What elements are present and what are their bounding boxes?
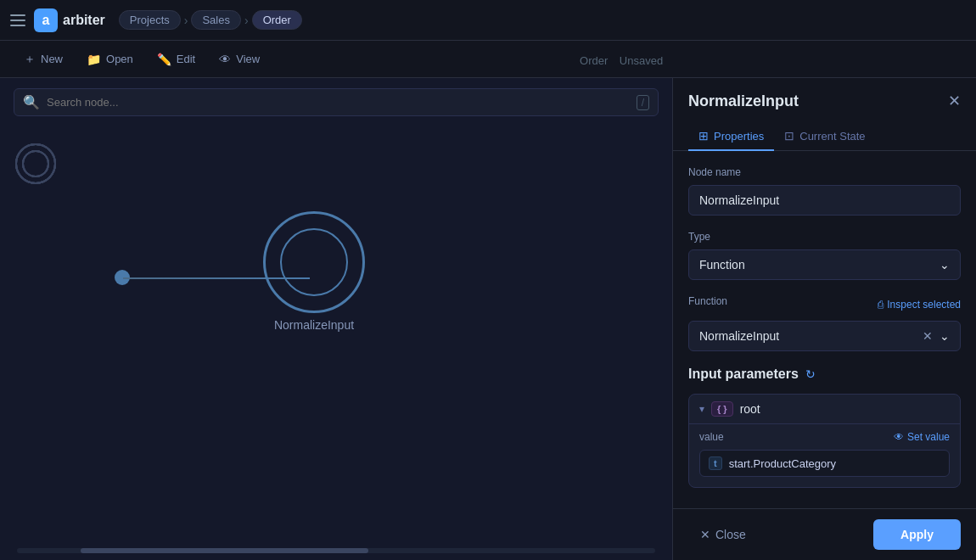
panel-title: NormalizeInput [688,92,799,110]
function-value: NormalizeInput [699,329,779,343]
hamburger-menu[interactable] [10,12,27,29]
main-content: 🔍 / NormalizeInput [0,78,976,560]
edit-button[interactable]: ✏️ Edit [147,48,205,70]
inspect-icon: ⎙ [878,299,883,311]
logo-char: a [42,13,50,28]
node-name-label: Node name [688,166,961,178]
inspect-selected-label: Inspect selected [887,299,961,311]
tab-properties-label: Properties [714,130,764,143]
horizontal-scrollbar[interactable] [17,548,655,553]
param-value-row: value 👁 Set value [699,431,950,443]
right-panel: NormalizeInput ✕ ⊞ Properties ⊡ Current … [672,78,976,560]
apply-button[interactable]: Apply [873,519,961,550]
search-bar[interactable]: 🔍 / [14,88,659,116]
properties-icon: ⊞ [698,129,709,143]
tab-current-state[interactable]: ⊡ Current State [774,122,875,151]
clear-function-icon[interactable]: ✕ [923,329,933,343]
panel-header: NormalizeInput ✕ [673,78,976,110]
plus-icon: ＋ [24,52,36,67]
edit-label: Edit [177,53,195,65]
input-parameters-header: Input parameters ↻ [688,367,961,382]
open-label: Open [106,53,133,65]
document-status: Unsaved [620,54,663,67]
chevron-function-icon: ⌄ [940,329,950,343]
eye-icon: 👁 [219,53,231,66]
input-parameters-title: Input parameters [688,367,799,382]
function-group: Function ⎙ Inspect selected NormalizeInp… [688,295,961,351]
function-row: Function ⎙ Inspect selected [688,295,961,314]
input-parameters-group: Input parameters ↻ ▾ { } root value 👁 [688,367,961,488]
chevron-down-icon: ⌄ [940,258,950,272]
breadcrumb-sales[interactable]: Sales [191,10,241,30]
logo: a arbiter [34,8,105,32]
param-root-row: ▾ { } root value 👁 Set value [688,394,961,488]
type-t-badge: t [709,456,722,470]
top-nav: a arbiter Projects › Sales › Order [0,0,976,41]
tab-current-state-label: Current State [799,130,865,143]
new-button[interactable]: ＋ New [14,48,73,71]
breadcrumb: Projects › Sales › Order [119,10,302,30]
breadcrumb-projects[interactable]: Projects [119,10,181,30]
side-node-5[interactable] [15,143,56,184]
search-icon: 🔍 [23,94,40,110]
node-name-input[interactable] [688,185,961,216]
folder-icon: 📁 [87,53,101,66]
param-root-name: root [740,402,760,416]
param-root-header[interactable]: ▾ { } root [689,395,960,423]
logo-name: arbiter [63,13,105,28]
scrollbar-thumb [81,548,367,553]
param-type-badge: { } [711,401,733,417]
panel-body: Node name Type Function ⌄ Function ⎙ Ins… [673,151,976,508]
param-body: value 👁 Set value t start.ProductCategor… [689,423,960,487]
function-controls: ✕ ⌄ [923,329,950,343]
document-title-area: Order Unsaved [273,49,962,69]
type-select[interactable]: Function ⌄ [688,249,961,280]
param-chevron-icon: ▾ [699,403,704,415]
main-node-inner [280,228,348,296]
breadcrumb-order[interactable]: Order [252,10,302,30]
param-value-text: start.ProductCategory [729,457,836,470]
function-select[interactable]: NormalizeInput ✕ ⌄ [688,321,961,351]
set-value-link[interactable]: 👁 Set value [894,431,950,443]
eye-set-icon: 👁 [894,431,904,443]
type-value: Function [699,258,745,272]
refresh-icon[interactable]: ↻ [805,367,816,381]
canvas-nodes: NormalizeInput [0,126,672,560]
tab-properties[interactable]: ⊞ Properties [688,122,774,151]
close-x-icon: ✕ [700,528,710,541]
view-label: View [236,53,260,65]
document-title: Order [580,54,608,67]
main-node-container[interactable]: NormalizeInput [263,211,365,332]
param-value-input[interactable]: t start.ProductCategory [699,450,950,477]
node-name-group: Node name [688,166,961,216]
close-label: Close [715,528,746,541]
logo-icon: a [34,8,58,32]
function-label: Function [688,295,727,307]
open-button[interactable]: 📁 Open [76,48,143,70]
breadcrumb-sep-2: › [244,14,249,27]
apply-label: Apply [900,528,934,541]
slash-shortcut: / [637,95,649,110]
edit-icon: ✏️ [157,53,171,66]
type-label: Type [688,231,961,243]
main-node-circle [263,211,365,313]
current-state-icon: ⊡ [784,129,794,143]
set-value-label: Set value [907,431,950,443]
canvas-area: 🔍 / NormalizeInput [0,78,672,560]
view-button[interactable]: 👁 View [209,48,270,70]
main-node-label: NormalizeInput [274,318,354,332]
inspect-selected-link[interactable]: ⎙ Inspect selected [878,299,961,311]
panel-tabs: ⊞ Properties ⊡ Current State [673,122,976,151]
breadcrumb-sep-1: › [184,14,188,27]
search-input[interactable] [47,96,630,109]
param-value-label: value [699,431,724,443]
new-label: New [41,53,63,65]
toolbar: ＋ New 📁 Open ✏️ Edit 👁 View Order Unsave… [0,41,976,78]
panel-footer: ✕ Close Apply [673,508,976,560]
close-button[interactable]: ✕ Close [688,521,758,548]
panel-close-button[interactable]: ✕ [948,92,961,110]
type-group: Type Function ⌄ [688,231,961,280]
